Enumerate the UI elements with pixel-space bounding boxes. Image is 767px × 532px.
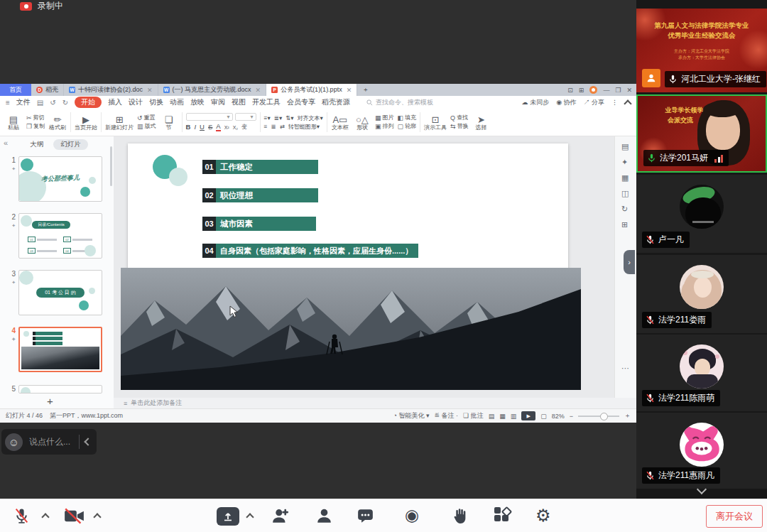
sorter-view-icon[interactable]: ▦ [499,413,506,420]
zoom-in-button[interactable]: ＋ [624,411,631,420]
camera-toggle-button[interactable] [64,507,85,525]
invite-button[interactable] [271,507,290,524]
quick-chat-bar[interactable]: ☺ 说点什么... [1,429,97,455]
select-button[interactable]: ➤选择 [472,114,490,131]
menu-view[interactable]: 视图 [232,97,246,107]
apps-button[interactable] [494,507,510,523]
thumbnail-slide-1[interactable]: 1✦ 考公那些事儿 [6,156,102,202]
thumbnail-slide-2[interactable]: 2✦ 目录/Contents 01 02 03 04 [6,213,102,259]
participant-tile-speaking[interactable]: 业导学长领学帮 会派交流 法学201马妍 [636,94,767,173]
share-screen-button[interactable] [217,507,239,526]
panes-icon[interactable]: ⊞ [579,87,584,94]
hamburger-icon[interactable]: ≡ [6,99,10,107]
collaborate-button[interactable]: ◉ 协作 [556,98,576,107]
replace-button[interactable]: ⇆替换 [450,124,469,130]
raise-hand-button[interactable] [452,507,468,524]
cloud-sync-status[interactable]: ☁ 未同步 [522,98,550,107]
design-pane-icon[interactable]: ▦ [621,173,629,183]
paste-button[interactable]: ▤粘贴 [4,114,23,131]
font-family-select[interactable]: ▾ [186,113,233,121]
new-tab-button[interactable]: ＋ [357,84,374,96]
copy-button[interactable]: ❐复制 [26,124,45,130]
thumbnail-scrollbar[interactable] [110,146,112,186]
text-effects-button[interactable]: 变 [241,124,247,130]
underline-button[interactable]: U [200,124,205,131]
find-button[interactable]: Q查找 [450,115,469,121]
redo-icon[interactable]: ↻ [62,99,68,107]
chart-pane-icon[interactable]: ↻ [621,205,628,214]
menu-animation[interactable]: 动画 [170,97,184,107]
help-pane-icon[interactable]: ⊞ [621,220,628,229]
comments-toggle-button[interactable]: ❏ 批注 [463,411,484,420]
strikethrough-button[interactable]: S [208,124,212,131]
tab-close-icon[interactable]: ✕ [347,87,352,94]
align-left-icon[interactable]: ≡ [264,124,268,130]
pane-expander-button[interactable]: › [624,250,635,274]
tab-close-icon[interactable]: ✕ [147,87,153,94]
minimize-button[interactable]: — [603,87,609,94]
restore-button[interactable]: ❐ [615,87,621,94]
indent-icon[interactable]: ⇄ [280,124,285,130]
textbox-button[interactable]: A▭文本框 [331,114,349,131]
menu-file[interactable]: 文件 [16,97,31,107]
format-painter-button[interactable]: ✏格式刷 [48,114,67,131]
italic-button[interactable]: I [194,124,196,131]
menu-devtools[interactable]: 开发工具 [252,97,281,107]
object-pane-icon[interactable]: ◫ [621,189,629,198]
tab-outline[interactable]: 大纲 [26,139,48,150]
menu-slideshow[interactable]: 放映 [190,97,205,107]
section-button[interactable]: ❏节 [160,114,178,131]
format-pane-icon[interactable]: ▤ [621,142,629,151]
slideshow-play-button[interactable]: ▶ [521,411,535,420]
font-color-button[interactable]: A [216,123,220,131]
line-spacing-button[interactable]: ⇅▾ [285,115,293,121]
menu-insert[interactable]: 插入 [108,97,122,107]
chat-button[interactable] [357,507,374,524]
slide-item-1[interactable]: 01 工作稳定 [202,160,384,174]
chat-placeholder[interactable]: 说点什么... [29,436,70,448]
outline-button[interactable]: ▢轮廓 [397,124,416,130]
participant-tile[interactable]: 卢一凡 [636,175,767,253]
thumbnail-slide-4-selected[interactable]: 4✦ [6,327,102,372]
thumbnail-slide-3[interactable]: 3✦ 01 考 公 目 的 [6,270,102,315]
superscript-button[interactable]: X² [224,125,229,130]
menu-design[interactable]: 设计 [129,97,143,107]
cut-button[interactable]: ✂剪切 [26,115,45,121]
numbered-list-button[interactable]: ≣▾ [274,115,282,121]
save-icon[interactable]: ▤ [37,99,43,107]
camera-options-caret[interactable] [94,512,100,520]
fit-slide-icon[interactable]: ▢ [540,413,547,420]
smart-graphic-button[interactable]: 转智能图形▾ [288,124,320,130]
share-button[interactable]: ↗ 分享 [583,98,604,107]
align-center-icon[interactable]: ≣ [271,124,276,130]
undo-icon[interactable]: ↺ [50,99,55,107]
layout-toggle-icon[interactable]: ⊡ [567,87,573,94]
align-text-button[interactable]: 对齐文本▾ [298,115,323,121]
insert-image-button[interactable]: ▦图片 [375,115,394,121]
arrange-button[interactable]: ▣排列 [375,124,394,130]
mic-mute-button[interactable] [13,507,31,525]
slide-item-4[interactable]: 04 自身因素（包括家庭影响，性格因素，应届生身份......） [202,244,418,258]
menu-docer-resources[interactable]: 稻壳资源 [322,97,350,107]
participant-tile[interactable]: 法学211陈雨萌 [636,335,767,411]
smart-beautify-button[interactable]: ◔ 智能美化 ▾ [393,411,430,420]
settings-button[interactable]: ⚙ [535,507,551,524]
more-menu-icon[interactable]: ⋮ [611,99,618,106]
participant-tile[interactable]: 法学211惠雨凡 [636,413,767,489]
zoom-slider-knob[interactable] [600,413,608,420]
reset-button[interactable]: ↺重置 [137,115,156,121]
new-slide-button[interactable]: ⊞新建幻灯片 [105,114,134,131]
slide-canvas[interactable]: 01 工作稳定 02 职位理想 03 城市因素 04 自身因素（包括家庭影响，性… [114,136,614,398]
notes-toggle-button[interactable]: ≝ 备注 · [435,411,459,420]
emoji-icon[interactable]: ☺ [5,433,23,451]
slide-item-3[interactable]: 03 城市因素 [202,217,384,231]
menu-transition[interactable]: 切换 [149,97,163,107]
add-slide-button[interactable]: + [47,395,53,407]
zoom-out-button[interactable]: − [570,413,573,420]
shapes-button[interactable]: ○△形状 [353,114,371,131]
sidebar-scroll-down-button[interactable] [677,486,727,496]
menu-member[interactable]: 会员专享 [287,97,315,107]
collapse-ribbon-icon[interactable] [624,99,631,107]
leave-meeting-button[interactable]: 离开会议 [706,505,763,528]
reading-view-icon[interactable]: ▥ [511,413,517,420]
